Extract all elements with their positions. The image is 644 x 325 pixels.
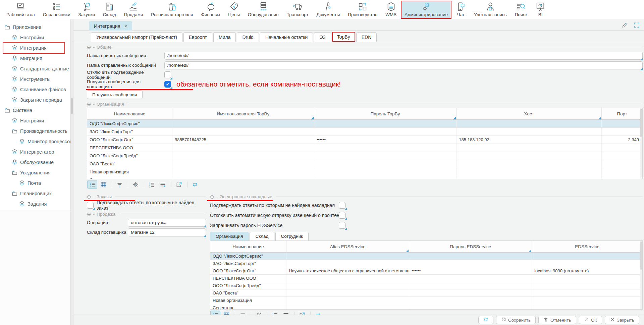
table-cell[interactable]	[286, 297, 409, 304]
orders-confirm-checkbox[interactable]	[87, 202, 94, 209]
table-cell[interactable]	[314, 128, 457, 136]
table-cell[interactable]: ООО "ЛюксСофтОпт"	[87, 136, 172, 144]
table-cell[interactable]	[602, 176, 642, 179]
tree-item-process-monitor[interactable]: Монитор процессов	[0, 136, 70, 147]
table-cell[interactable]: ••••••	[314, 136, 457, 144]
table-cell[interactable]: Северторг	[87, 176, 172, 179]
column-header[interactable]: Alias EDSService	[286, 241, 409, 252]
table-cell[interactable]	[409, 253, 532, 260]
toolbar-item-production[interactable]: Производство	[344, 1, 381, 19]
tree-item-system[interactable]: Система	[0, 105, 70, 115]
get-messages-button[interactable]: Получить сообщения	[87, 90, 143, 99]
collapse-icon[interactable]: ⊖	[87, 102, 91, 107]
toolbar-item-sales[interactable]: Продажи	[120, 1, 147, 19]
table-cell[interactable]	[457, 160, 602, 168]
tree-item-period-close[interactable]: Закрытие периода	[0, 95, 70, 105]
table-row[interactable]: Новая организация	[210, 297, 642, 304]
tree-item-scheduler[interactable]: Планировщик	[0, 188, 70, 199]
table-cell[interactable]	[409, 304, 532, 310]
splitter-handle[interactable]	[71, 98, 73, 114]
toolbar-item-prices[interactable]: Цены	[224, 1, 244, 19]
tree-item-standard-data[interactable]: Стандартные данные	[0, 63, 70, 74]
operation-input[interactable]	[128, 219, 206, 227]
toolbar-item-equipment[interactable]: Оборудование	[244, 1, 282, 19]
table-cell[interactable]	[409, 297, 532, 304]
table-row[interactable]: ЗАО "ЛюксСофтТорг"	[87, 128, 642, 136]
column-header[interactable]: Наименование	[210, 241, 286, 252]
waybill-checkbox[interactable]	[339, 212, 345, 219]
supplier-warehouse-input[interactable]	[128, 228, 206, 236]
table-cell[interactable]	[286, 275, 409, 282]
waybill-checkbox[interactable]	[339, 222, 345, 229]
collapse-icon[interactable]: ⊖	[87, 212, 91, 217]
table-cell[interactable]	[532, 260, 642, 267]
toolbar-item-references[interactable]: Справочники	[39, 1, 74, 19]
open-window-button[interactable]	[297, 311, 307, 315]
subtab-opening-balances[interactable]: Начальные остатки	[260, 32, 313, 42]
tree-item-performance[interactable]: Производительность	[0, 126, 70, 136]
subtab-euroopt[interactable]: Евроопт	[183, 32, 212, 42]
subtab-topby[interactable]: TopBy	[332, 32, 355, 42]
tree-item-mail[interactable]: Почта	[0, 178, 70, 188]
table-cell[interactable]: localhost:9090 (на клиенте)	[532, 267, 642, 274]
table-row[interactable]: ОДО "ЛюксСофтСервис"	[87, 120, 642, 128]
toolbar-item-retail[interactable]: Розничная торговля	[147, 1, 197, 19]
table-cell[interactable]: ОДО "ЛюксСофтСервис"	[87, 120, 172, 127]
disable-confirm-checkbox[interactable]	[164, 71, 171, 78]
table-cell[interactable]	[457, 176, 602, 179]
tree-item-jobs[interactable]: Задания	[0, 199, 70, 209]
table-cell[interactable]	[457, 120, 602, 127]
table-cell[interactable]	[314, 120, 457, 127]
add-row-button[interactable]	[158, 180, 168, 189]
table-cell[interactable]: ООО "ЛюксСофтТрейд"	[87, 152, 172, 160]
table-cell[interactable]: 2 349	[602, 136, 642, 144]
table-cell[interactable]	[172, 144, 314, 152]
waybill-tab-employee[interactable]: Сотрудник	[275, 232, 309, 240]
table-row[interactable]: ООО "ЛюксСофтОпт"9855701648225••••••185.…	[87, 136, 642, 144]
table-cell[interactable]	[286, 289, 409, 296]
collapse-icon[interactable]: ⊖	[87, 45, 91, 50]
table-cell[interactable]	[602, 152, 642, 160]
column-header[interactable]: Пароль TopBy	[314, 108, 457, 119]
table-cell[interactable]	[602, 120, 642, 127]
receive-supplier-checkbox[interactable]	[164, 81, 171, 88]
tree-item-system-settings[interactable]: Настройки	[0, 115, 70, 126]
tab-integration[interactable]: Интеграция ×	[89, 21, 132, 31]
table-cell[interactable]: Научно-техническое общество с ограниченн…	[286, 267, 409, 274]
table-cell[interactable]: Новая организация	[210, 297, 286, 304]
tree-item-file-download[interactable]: Скачивание файлов	[0, 84, 70, 95]
table-scrollbar[interactable]	[640, 108, 642, 179]
reload-button[interactable]	[313, 311, 323, 315]
table-cell[interactable]	[409, 289, 532, 296]
subtab-mila[interactable]: Мила	[213, 32, 236, 42]
table-cell[interactable]	[172, 168, 314, 176]
table-cell[interactable]	[602, 168, 642, 176]
edit-button[interactable]	[621, 22, 628, 29]
open-window-button[interactable]	[174, 180, 184, 189]
toolbar-item-wms[interactable]: WMS	[382, 1, 400, 19]
add-row-button[interactable]	[281, 311, 291, 315]
table-cell[interactable]: Новая организация	[87, 168, 172, 176]
table-cell[interactable]	[314, 160, 457, 168]
subtab-druid[interactable]: Druid	[237, 32, 259, 42]
tree-item-interpreter[interactable]: Интерпретатор	[0, 147, 70, 157]
table-row[interactable]: ЗАО "ЛюксСофтТорг"	[210, 260, 642, 267]
table-cell[interactable]	[409, 282, 532, 289]
view-grid-button[interactable]	[221, 311, 231, 315]
tree-item-application[interactable]: Приложение	[0, 22, 70, 32]
toolbar-item-purchases[interactable]: Закупки	[75, 1, 99, 19]
table-cell[interactable]	[172, 176, 314, 179]
table-scrollbar[interactable]	[640, 241, 642, 309]
toolbar-item-administration[interactable]: Администрирование	[401, 1, 451, 19]
table-cell[interactable]: 185.183.120.92	[457, 136, 602, 144]
column-header[interactable]: Пароль EDSService	[409, 241, 532, 252]
table-cell[interactable]: ПЕРСПЕКТИВА ООО	[87, 144, 172, 152]
table-cell[interactable]	[409, 275, 532, 282]
table-cell[interactable]	[314, 168, 457, 176]
toolbar-item-chat[interactable]: Чат	[452, 1, 470, 19]
table-row[interactable]: ООО "ЛюксСофтТрейд"	[210, 282, 642, 289]
tree-item-tools[interactable]: Инструменты	[0, 74, 70, 84]
waybill-checkbox[interactable]	[339, 202, 345, 209]
close-button[interactable]: Закрыть	[605, 316, 639, 324]
table-row[interactable]: ОДО "ЛюксСофтСервис"	[210, 253, 642, 260]
